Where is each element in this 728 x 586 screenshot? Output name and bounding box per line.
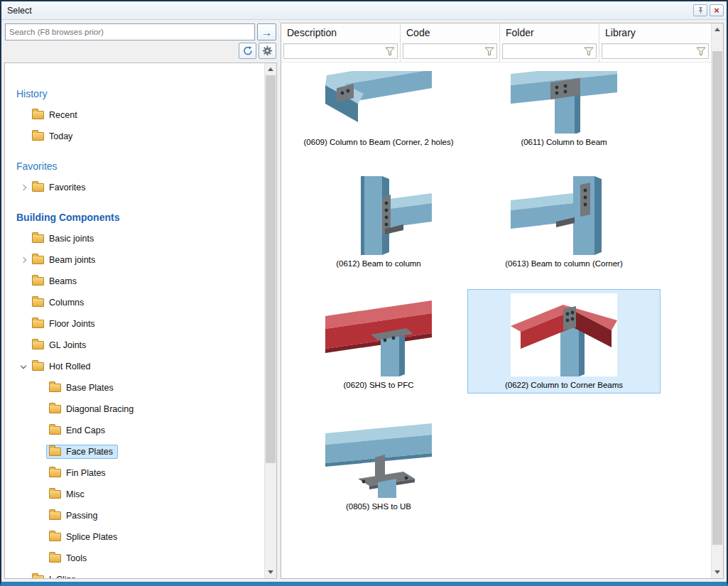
tree-item-content[interactable]: Passing xyxy=(46,509,102,523)
tree-item-content[interactable]: L Clips xyxy=(29,573,81,578)
tree-item-face-plates[interactable]: Face Plates xyxy=(9,441,264,462)
tree-item-fin-plates[interactable]: Fin Plates xyxy=(9,462,264,484)
column-header-library[interactable]: Library xyxy=(599,23,711,42)
tree-item-content[interactable]: Columns xyxy=(29,295,89,310)
pin-button[interactable] xyxy=(693,4,707,16)
component-item-0613-beam-to-column-corner[interactable]: (0613) Beam to column (Corner) xyxy=(467,168,661,272)
column-header-folder[interactable]: Folder xyxy=(500,23,599,42)
chevron-down-icon[interactable] xyxy=(18,366,29,368)
tree-item-content[interactable]: Face Plates xyxy=(46,445,118,459)
component-grid: (0609) Column to Beam (Corner, 2 holes)(… xyxy=(281,63,711,515)
grid-column-folder: Folder xyxy=(500,23,599,62)
tree-item-content[interactable]: Fin Plates xyxy=(46,466,111,480)
tree-item-passing[interactable]: Passing xyxy=(9,505,264,526)
settings-button[interactable] xyxy=(259,43,276,59)
tree-item-recent[interactable]: Recent xyxy=(9,104,264,126)
tree-item-base-plates[interactable]: Base Plates xyxy=(9,377,264,398)
tree-item-content[interactable]: Hot Rolled xyxy=(29,359,95,374)
funnel-icon xyxy=(484,47,494,55)
tree-item-content[interactable]: Favorites xyxy=(29,180,90,195)
component-item-0805-shs-to-ub[interactable]: (0805) SHS to UB xyxy=(290,411,467,515)
component-item-0611-column-to-beam[interactable]: (0611) Column to Beam xyxy=(467,67,661,151)
tree-item-content[interactable]: Splice Plates xyxy=(46,530,122,544)
tree-scrollbar-thumb[interactable] xyxy=(266,75,276,463)
tree-item-content[interactable]: Diagonal Bracing xyxy=(46,402,138,416)
tree-item-beam-joints[interactable]: Beam joints xyxy=(9,249,264,271)
tree-item-misc[interactable]: Misc xyxy=(9,484,264,505)
component-item-0622-column-to-corner-beams[interactable]: (0622) Column to Corner Beams xyxy=(467,289,661,394)
tree-item-favorites[interactable]: Favorites xyxy=(9,177,264,198)
tree-item-splice-plates[interactable]: Splice Plates xyxy=(9,526,264,548)
arrow-right-icon: → xyxy=(261,27,272,38)
tree-scrollbar-track[interactable] xyxy=(265,75,276,566)
component-caption: (0805) SHS to UB xyxy=(346,501,411,512)
tree-scroll-down-button[interactable] xyxy=(265,566,276,578)
chevron-right-icon[interactable] xyxy=(18,185,29,190)
folder-icon xyxy=(49,533,61,541)
grid-scrollbar-thumb[interactable] xyxy=(712,51,722,545)
refresh-button[interactable] xyxy=(239,43,256,59)
tree-item-content[interactable]: Basic joints xyxy=(29,232,99,246)
chevron-right-icon[interactable] xyxy=(18,258,29,262)
tree-item-end-caps[interactable]: End Caps xyxy=(9,420,264,441)
tree-item-label: Face Plates xyxy=(66,447,113,457)
search-input[interactable] xyxy=(5,23,255,40)
tree-item-content[interactable]: End Caps xyxy=(46,423,110,438)
component-item-0609-column-to-beam-corner-2-holes[interactable]: (0609) Column to Beam (Corner, 2 holes) xyxy=(290,67,467,151)
tree-item-content[interactable]: Beams xyxy=(29,274,82,288)
column-header-code[interactable]: Code xyxy=(401,23,499,42)
filter-button-folder[interactable] xyxy=(502,43,597,59)
tree-item-content[interactable]: Base Plates xyxy=(46,381,119,395)
close-button[interactable]: × xyxy=(710,4,724,16)
tree-item-label: GL Joints xyxy=(49,340,86,350)
filter-cell xyxy=(599,42,711,62)
tree-item-diagonal-bracing[interactable]: Diagonal Bracing xyxy=(9,398,264,420)
component-caption: (0612) Beam to column xyxy=(336,259,421,269)
component-thumbnail xyxy=(511,172,617,255)
tree-item-columns[interactable]: Columns xyxy=(9,292,264,313)
dialog-content: → HistoryRecentTodayFavoritesFavoritesBu… xyxy=(1,20,727,582)
window-title: Select xyxy=(7,6,691,16)
component-item-0620-shs-to-pfc[interactable]: (0620) SHS to PFC xyxy=(290,289,467,394)
grid-scrollbar-track[interactable] xyxy=(712,36,723,566)
component-caption: (0613) Beam to column (Corner) xyxy=(505,259,623,269)
catalog-left-pane: → HistoryRecentTodayFavoritesFavoritesBu… xyxy=(4,23,277,579)
tree-item-basic-joints[interactable]: Basic joints xyxy=(9,228,264,249)
tree-item-floor-joints[interactable]: Floor Joints xyxy=(9,313,264,335)
tree-item-label: Hot Rolled xyxy=(49,362,90,371)
refresh-icon xyxy=(243,46,253,55)
tree-item-today[interactable]: Today xyxy=(9,126,264,147)
filter-button-code[interactable] xyxy=(403,43,497,59)
component-thumbnail xyxy=(511,71,617,134)
component-item-0612-beam-to-column[interactable]: (0612) Beam to column xyxy=(290,168,467,272)
tree-item-content[interactable]: Floor Joints xyxy=(29,317,100,331)
tree-item-content[interactable]: Recent xyxy=(29,108,82,122)
tree-item-l-clips[interactable]: L Clips xyxy=(9,569,264,578)
tree-item-content[interactable]: Misc xyxy=(46,487,89,501)
tree-item-label: L Clips xyxy=(49,575,76,578)
gear-icon xyxy=(262,45,273,56)
grid-scroll-down-button[interactable] xyxy=(712,566,723,578)
tree-section-building-components: Building Components xyxy=(9,207,264,228)
folder-icon xyxy=(49,490,61,499)
tree-item-content[interactable]: GL Joints xyxy=(29,338,91,352)
tree-item-content[interactable]: Beam joints xyxy=(29,253,100,267)
filter-button-description[interactable] xyxy=(283,43,398,59)
column-header-description[interactable]: Description xyxy=(281,23,400,42)
tree-item-beams[interactable]: Beams xyxy=(9,271,264,292)
funnel-icon xyxy=(696,47,706,55)
tree-item-hot-rolled[interactable]: Hot Rolled xyxy=(9,356,264,377)
tree-item-content[interactable]: Today xyxy=(29,129,77,143)
filter-cell xyxy=(500,42,599,62)
filter-button-library[interactable] xyxy=(602,43,709,59)
tree-scrollbar[interactable] xyxy=(264,63,276,578)
tree-item-label: Tools xyxy=(66,553,87,563)
tree-item-content[interactable]: Tools xyxy=(46,551,92,565)
grid-scrollbar[interactable] xyxy=(711,23,723,578)
tree-item-gl-joints[interactable]: GL Joints xyxy=(9,335,264,356)
grid-scroll-up-button[interactable] xyxy=(712,23,723,36)
component-thumbnail xyxy=(325,293,432,376)
tree-item-tools[interactable]: Tools xyxy=(9,548,264,569)
tree-scroll-up-button[interactable] xyxy=(265,63,276,75)
search-go-button[interactable]: → xyxy=(257,23,276,40)
